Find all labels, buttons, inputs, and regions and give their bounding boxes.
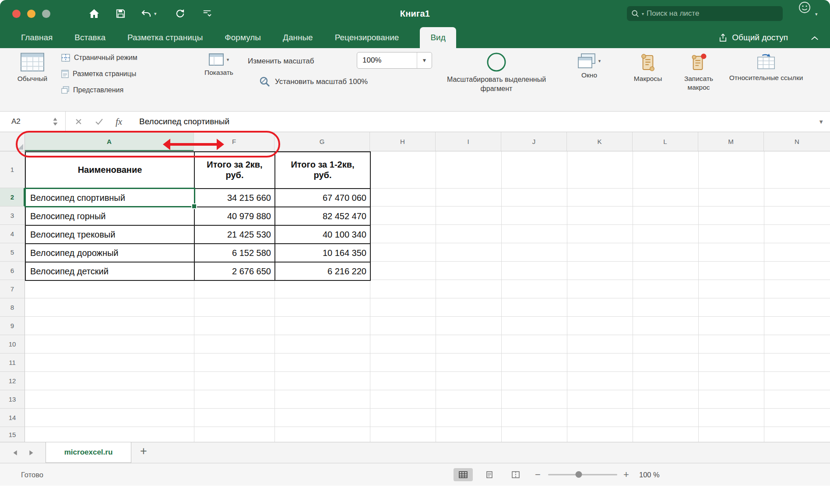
zoom-to-selection-label: Масштабировать выделенный фрагмент bbox=[441, 75, 552, 94]
show-panes-icon bbox=[209, 53, 224, 66]
select-all-corner[interactable] bbox=[0, 132, 25, 151]
cell-A1[interactable]: Наименование bbox=[26, 152, 195, 189]
zoom-slider-thumb[interactable] bbox=[576, 471, 582, 478]
col-header-N[interactable]: N bbox=[764, 132, 830, 151]
row-header-14[interactable]: 14 bbox=[0, 409, 25, 427]
page-break-preview-label: Страничный режим bbox=[74, 54, 137, 62]
col-header-J[interactable]: J bbox=[501, 132, 567, 151]
zoom-in-button[interactable]: + bbox=[623, 469, 629, 480]
search-box[interactable]: ▾ bbox=[627, 6, 783, 21]
cell-G6[interactable]: 6 216 220 bbox=[275, 262, 371, 281]
page-break-preview-button[interactable]: Страничный режим bbox=[61, 51, 137, 64]
cell-G3[interactable]: 82 452 470 bbox=[275, 207, 371, 226]
zoom-to-selection-button[interactable]: Масштабировать выделенный фрагмент bbox=[441, 52, 552, 94]
row-headers: 1 2 3 4 5 6 7 8 9 10 11 12 13 14 15 bbox=[0, 151, 25, 442]
window-label: Окно bbox=[581, 71, 597, 80]
cell-F1[interactable]: Итого за 2кв, руб. bbox=[195, 152, 275, 189]
cell-F6[interactable]: 2 676 650 bbox=[195, 262, 275, 281]
cell-A5[interactable]: Велосипед дорожный bbox=[26, 244, 195, 262]
macros-button[interactable]: Макросы bbox=[626, 52, 670, 83]
row-header-10[interactable]: 10 bbox=[0, 335, 25, 354]
row-header-9[interactable]: 9 bbox=[0, 317, 25, 335]
formula-bar-expand-caret-icon[interactable]: ▼ bbox=[818, 119, 824, 125]
cell-A2[interactable]: Велосипед спортивный bbox=[26, 189, 195, 207]
normal-view-button[interactable]: Обычный bbox=[10, 52, 55, 83]
share-icon bbox=[718, 33, 728, 42]
col-header-H[interactable]: H bbox=[370, 132, 436, 151]
cell-G2[interactable]: 67 470 060 bbox=[275, 189, 371, 207]
row-header-5[interactable]: 5 bbox=[0, 243, 25, 262]
collapse-ribbon-button[interactable] bbox=[811, 35, 819, 42]
feedback-caret-icon[interactable]: ▾ bbox=[815, 11, 818, 17]
share-button[interactable]: Общий доступ bbox=[718, 27, 788, 48]
col-header-I[interactable]: I bbox=[436, 132, 501, 151]
col-header-G[interactable]: G bbox=[274, 132, 370, 151]
status-normal-view-button[interactable] bbox=[454, 468, 473, 481]
confirm-entry-button[interactable] bbox=[95, 119, 103, 125]
col-header-F[interactable]: F bbox=[194, 132, 274, 151]
cell-F4[interactable]: 21 425 530 bbox=[195, 226, 275, 244]
cell-A3[interactable]: Велосипед горный bbox=[26, 207, 195, 226]
cell-F3[interactable]: 40 979 880 bbox=[195, 207, 275, 226]
name-box-spinner[interactable] bbox=[53, 117, 58, 126]
tab-insert[interactable]: Вставка bbox=[74, 27, 106, 48]
tab-data[interactable]: Данные bbox=[282, 27, 314, 48]
col-header-A[interactable]: A bbox=[25, 132, 194, 151]
row-header-6[interactable]: 6 bbox=[0, 262, 25, 280]
row-header-1[interactable]: 1 bbox=[0, 151, 25, 188]
cell-A4[interactable]: Велосипед трековый bbox=[26, 226, 195, 244]
formula-content[interactable]: Велосипед спортивный bbox=[139, 117, 229, 126]
status-page-break-button[interactable] bbox=[506, 468, 525, 481]
search-scope-caret-icon[interactable]: ▾ bbox=[642, 11, 644, 16]
relative-references-button[interactable]: Относительные ссылки bbox=[728, 52, 804, 82]
normal-view-label: Обычный bbox=[18, 74, 48, 83]
row-header-8[interactable]: 8 bbox=[0, 298, 25, 317]
tab-view[interactable]: Вид bbox=[420, 27, 456, 48]
name-box[interactable]: A2 bbox=[0, 112, 66, 132]
row-header-4[interactable]: 4 bbox=[0, 225, 25, 243]
zoom-slider[interactable] bbox=[548, 474, 617, 475]
cell-F5[interactable]: 6 152 580 bbox=[195, 244, 275, 262]
page-layout-view-button[interactable]: Разметка страницы bbox=[61, 67, 137, 80]
row-header-2[interactable]: 2 bbox=[0, 188, 25, 206]
row-header-11[interactable]: 11 bbox=[0, 354, 25, 372]
sheet-tab-active[interactable]: microexcel.ru bbox=[46, 442, 131, 463]
record-macro-button[interactable]: Записать макрос bbox=[674, 52, 723, 92]
zoom-out-button[interactable]: − bbox=[535, 469, 541, 480]
cell-G5[interactable]: 10 164 350 bbox=[275, 244, 371, 262]
tab-review[interactable]: Рецензирование bbox=[334, 27, 400, 48]
search-input[interactable] bbox=[647, 9, 778, 18]
row-header-12[interactable]: 12 bbox=[0, 372, 25, 390]
zoom-combobox[interactable]: 100% ▼ bbox=[357, 52, 432, 69]
insert-function-button[interactable]: fx bbox=[116, 116, 122, 127]
col-header-L[interactable]: L bbox=[633, 132, 698, 151]
next-sheet-button[interactable] bbox=[29, 450, 34, 458]
col-header-K[interactable]: K bbox=[567, 132, 633, 151]
tab-page-layout[interactable]: Разметка страницы bbox=[127, 27, 204, 48]
row-header-3[interactable]: 3 bbox=[0, 206, 25, 225]
col-header-M[interactable]: M bbox=[698, 132, 764, 151]
prev-sheet-button[interactable] bbox=[12, 450, 18, 458]
zoom-combobox-caret-icon[interactable]: ▼ bbox=[417, 52, 432, 68]
data-table: Наименование Итого за 2кв, руб. Итого за… bbox=[25, 151, 371, 281]
status-page-layout-button[interactable] bbox=[480, 468, 499, 481]
sheet-grid[interactable]: Наименование Итого за 2кв, руб. Итого за… bbox=[25, 151, 830, 442]
cell-F2[interactable]: 34 215 660 bbox=[195, 189, 275, 207]
tab-home[interactable]: Главная bbox=[20, 27, 53, 48]
add-sheet-button[interactable]: + bbox=[140, 444, 147, 458]
row-header-15[interactable]: 15 bbox=[0, 427, 25, 442]
cell-A6[interactable]: Велосипед детский bbox=[26, 262, 195, 281]
window-dropdown-button[interactable]: ▾ Окно bbox=[566, 53, 612, 80]
zoom-100-button[interactable]: Установить масштаб 100% bbox=[259, 76, 368, 88]
row-header-7[interactable]: 7 bbox=[0, 280, 25, 298]
tab-formulas[interactable]: Формулы bbox=[224, 27, 262, 48]
row-header-13[interactable]: 13 bbox=[0, 390, 25, 409]
custom-views-button[interactable]: Представления bbox=[61, 84, 137, 97]
cell-G4[interactable]: 40 100 340 bbox=[275, 226, 371, 244]
show-dropdown-button[interactable]: ▾ Показать bbox=[195, 53, 243, 77]
cancel-entry-button[interactable] bbox=[75, 119, 82, 125]
status-text: Готово bbox=[21, 470, 43, 479]
feedback-button[interactable] bbox=[798, 1, 811, 14]
cell-G1[interactable]: Итого за 1-2кв, руб. bbox=[275, 152, 371, 189]
record-macro-icon bbox=[691, 52, 707, 72]
